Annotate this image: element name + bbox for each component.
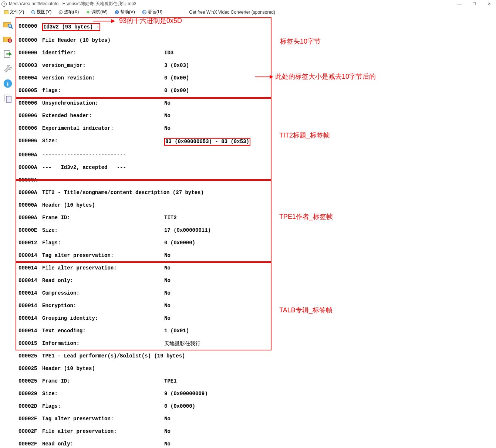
svg-point-14 (8, 39, 11, 42)
annotation-text-size: 此处的标签大小是减去10字节后的 (275, 72, 376, 81)
file-icon (4, 10, 9, 15)
toolbar-preferences[interactable] (1, 62, 14, 75)
svg-rect-0 (4, 10, 9, 14)
maximize-button[interactable]: ☐ (467, 0, 481, 7)
view-icon (31, 10, 36, 15)
menu-file[interactable]: 文件(Z) (1, 8, 26, 16)
annotation-text-talb: TALB专辑_标签帧 (279, 306, 333, 315)
svg-point-11 (8, 24, 11, 27)
toolbar-open-folder[interactable] (1, 33, 14, 46)
annotation-text-header10: 标签头10字节 (280, 37, 321, 46)
sponsored-link[interactable]: Get free WinX Video Converter (sponsored… (189, 10, 275, 15)
info-icon: i (2, 78, 13, 89)
folder-magnify-icon (2, 19, 13, 30)
menu-options[interactable]: 选项(X) (56, 8, 81, 16)
toolbar-clipboard[interactable] (1, 92, 14, 105)
svg-rect-19 (6, 96, 11, 102)
window-title: MediaArea.net/MediaInfo - E:\music\陈勋奇-天… (9, 1, 136, 7)
options-icon (58, 10, 63, 15)
toolbar-export[interactable] (1, 47, 14, 61)
svg-point-1 (32, 10, 34, 13)
help-icon: ? (114, 10, 119, 15)
window-titlebar: MediaArea.net/MediaInfo - E:\music\陈勋奇-天… (0, 0, 496, 8)
menu-view[interactable]: 视图(Y) (28, 8, 54, 16)
debug-icon (85, 10, 91, 15)
wrench-icon (2, 63, 13, 74)
menu-language[interactable]: 语言(U) (139, 8, 165, 16)
clipboard-icon (2, 93, 13, 104)
minimize-button[interactable]: — (452, 0, 466, 7)
close-button[interactable]: ✕ (482, 0, 496, 7)
toolbar-about[interactable]: i (1, 77, 14, 90)
app-icon (1, 1, 7, 7)
globe-icon (142, 10, 147, 15)
svg-line-2 (34, 13, 36, 14)
folder-gear-icon (2, 34, 13, 45)
hex-detail-view: 93的十六进制是0x5D 标签头10字节 此处的标签大小是减去10字节后的 TI… (16, 16, 496, 448)
toolbar-sidebar: i (0, 16, 16, 448)
annotation-arrow-2 (255, 77, 273, 77)
menu-help[interactable]: ?帮助(V) (112, 8, 137, 16)
svg-point-4 (60, 11, 61, 13)
annotation-text-tpe1: TPE1作者_标签帧 (279, 212, 333, 221)
id3v2-header-size: Id3v2 (93 bytes) - (42, 23, 100, 31)
svg-text:?: ? (116, 10, 118, 14)
annotation-arrow-1 (93, 21, 115, 21)
menu-debug[interactable]: 调试(W) (83, 8, 109, 16)
toolbar-open-file[interactable] (1, 18, 14, 31)
annotation-text-hex93: 93的十六进制是0x5D (119, 16, 182, 25)
menubar: 文件(Z) 视图(Y) 选项(X) 调试(W) ?帮助(V) 语言(U) Get… (0, 8, 496, 16)
svg-line-12 (11, 27, 13, 29)
annotation-text-tit2: TIT2标题_标签帧 (279, 131, 330, 140)
export-icon (2, 48, 13, 60)
svg-text:i: i (7, 81, 9, 88)
id3v2-size-value: 83 (0x00000053) - 83 (0x53) (164, 138, 250, 146)
